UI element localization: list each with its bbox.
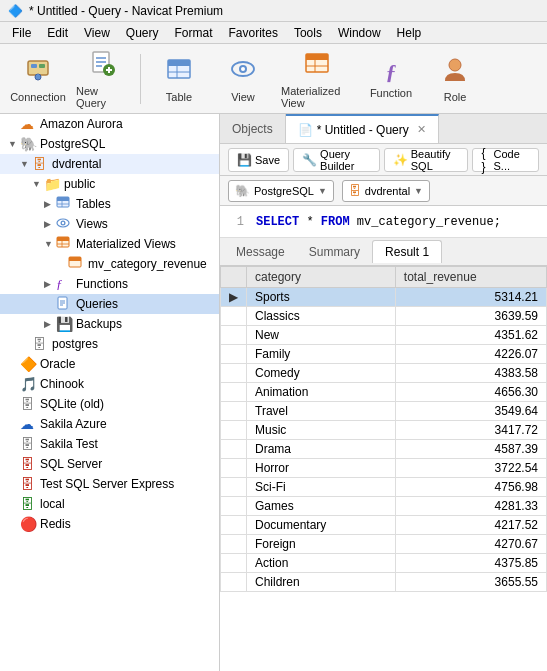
- cell-category: Action: [247, 554, 396, 573]
- sql-editor[interactable]: 1 SELECT * FROM mv_category_revenue;: [220, 206, 547, 238]
- table-row[interactable]: Children3655.55: [221, 573, 547, 592]
- arrow-icon: ▼: [20, 159, 32, 169]
- tab-close-button[interactable]: ✕: [417, 123, 426, 136]
- sidebar-item-amazon-aurora[interactable]: ☁ Amazon Aurora: [0, 114, 219, 134]
- tab-result-1[interactable]: Result 1: [372, 240, 442, 263]
- tab-query-label: * Untitled - Query: [317, 123, 409, 137]
- sidebar-item-test-sql-server[interactable]: 🗄 Test SQL Server Express: [0, 474, 219, 494]
- sidebar-item-sqlite-old[interactable]: 🗄 SQLite (old): [0, 394, 219, 414]
- svg-rect-0: [28, 61, 48, 75]
- sidebar-item-redis[interactable]: 🔴 Redis: [0, 514, 219, 534]
- db2-icon: 🗄: [349, 184, 361, 198]
- cell-category: Animation: [247, 383, 396, 402]
- menu-view[interactable]: View: [76, 24, 118, 42]
- result-tabs: Message Summary Result 1: [220, 238, 547, 266]
- table-row[interactable]: Comedy4383.58: [221, 364, 547, 383]
- new-query-button[interactable]: New Query: [72, 49, 132, 109]
- cell-total-revenue: 4656.30: [395, 383, 546, 402]
- cell-total-revenue: 4375.85: [395, 554, 546, 573]
- table-row[interactable]: Action4375.85: [221, 554, 547, 573]
- sidebar-item-mv-category[interactable]: mv_category_revenue: [0, 254, 219, 274]
- table-row[interactable]: Drama4587.39: [221, 440, 547, 459]
- table-row[interactable]: Games4281.33: [221, 497, 547, 516]
- connection-button[interactable]: Connection: [8, 49, 68, 109]
- query-builder-button[interactable]: 🔧 Query Builder: [293, 148, 380, 172]
- cell-total-revenue: 4351.62: [395, 326, 546, 345]
- test-sql-server-icon: 🗄: [20, 476, 36, 492]
- cell-category: Comedy: [247, 364, 396, 383]
- tab-objects-label: Objects: [232, 122, 273, 136]
- table-row[interactable]: Classics3639.59: [221, 307, 547, 326]
- menu-file[interactable]: File: [4, 24, 39, 42]
- cell-category: Horror: [247, 459, 396, 478]
- row-indicator: [221, 497, 247, 516]
- new-query-label: New Query: [76, 85, 128, 109]
- table-button[interactable]: Table: [149, 49, 209, 109]
- table-row[interactable]: Sci-Fi4756.98: [221, 478, 547, 497]
- col-total-revenue[interactable]: total_revenue: [395, 267, 546, 288]
- sidebar-item-queries[interactable]: Queries: [0, 294, 219, 314]
- sidebar-item-public[interactable]: ▼ 📁 public: [0, 174, 219, 194]
- menu-edit[interactable]: Edit: [39, 24, 76, 42]
- save-button[interactable]: 💾 Save: [228, 148, 289, 172]
- sidebar-item-sakila-azure[interactable]: ☁ Sakila Azure: [0, 414, 219, 434]
- menu-query[interactable]: Query: [118, 24, 167, 42]
- col-category[interactable]: category: [247, 267, 396, 288]
- sidebar-item-label: SQL Server: [40, 457, 215, 471]
- sidebar-item-dvdrental[interactable]: ▼ 🗄 dvdrental: [0, 154, 219, 174]
- table-row[interactable]: Horror3722.54: [221, 459, 547, 478]
- tables-icon: [56, 196, 72, 212]
- svg-rect-1: [31, 64, 37, 68]
- tab-summary[interactable]: Summary: [297, 241, 372, 263]
- sidebar-item-chinook[interactable]: 🎵 Chinook: [0, 374, 219, 394]
- tab-untitled-query[interactable]: 📄 * Untitled - Query ✕: [286, 114, 439, 143]
- table-row[interactable]: Animation4656.30: [221, 383, 547, 402]
- cell-category: Games: [247, 497, 396, 516]
- table-row[interactable]: Family4226.07: [221, 345, 547, 364]
- table-row[interactable]: Music3417.72: [221, 421, 547, 440]
- sidebar-item-sql-server[interactable]: 🗄 SQL Server: [0, 454, 219, 474]
- table-row[interactable]: ▶Sports5314.21: [221, 288, 547, 307]
- tab-objects[interactable]: Objects: [220, 114, 286, 143]
- sidebar-item-postgresql[interactable]: ▼ 🐘 PostgreSQL: [0, 134, 219, 154]
- new-query-icon: [88, 49, 116, 83]
- menu-favorites[interactable]: Favorites: [221, 24, 286, 42]
- row-indicator: [221, 326, 247, 345]
- sidebar-item-label: Queries: [76, 297, 215, 311]
- code-snippet-button[interactable]: { } Code S...: [472, 148, 539, 172]
- db1-label: PostgreSQL: [254, 185, 314, 197]
- toolbar-separator-1: [140, 54, 141, 104]
- cell-total-revenue: 3417.72: [395, 421, 546, 440]
- save-icon: 💾: [237, 153, 252, 167]
- db-select-1[interactable]: 🐘 PostgreSQL ▼: [228, 180, 334, 202]
- chinook-icon: 🎵: [20, 376, 36, 392]
- beautify-label: Beautify SQL: [411, 148, 460, 172]
- menu-help[interactable]: Help: [389, 24, 430, 42]
- beautify-sql-button[interactable]: ✨ Beautify SQL: [384, 148, 469, 172]
- sidebar-item-local[interactable]: 🗄 local: [0, 494, 219, 514]
- table-row[interactable]: New4351.62: [221, 326, 547, 345]
- table-row[interactable]: Foreign4270.67: [221, 535, 547, 554]
- table-row[interactable]: Documentary4217.52: [221, 516, 547, 535]
- db-select-2[interactable]: 🗄 dvdrental ▼: [342, 180, 430, 202]
- sidebar-item-sakila-test[interactable]: 🗄 Sakila Test: [0, 434, 219, 454]
- menu-window[interactable]: Window: [330, 24, 389, 42]
- sidebar-item-oracle[interactable]: 🔶 Oracle: [0, 354, 219, 374]
- mat-view-button[interactable]: Materialized View: [277, 49, 357, 109]
- cell-category: Sci-Fi: [247, 478, 396, 497]
- menu-tools[interactable]: Tools: [286, 24, 330, 42]
- sidebar-item-mat-views[interactable]: ▼ Materialized Views: [0, 234, 219, 254]
- sidebar-item-label: Views: [76, 217, 215, 231]
- sidebar-item-functions[interactable]: ▶ ƒ Functions: [0, 274, 219, 294]
- svg-point-23: [449, 59, 461, 71]
- sidebar-item-tables[interactable]: ▶ Tables: [0, 194, 219, 214]
- role-button[interactable]: Role: [425, 49, 485, 109]
- function-button[interactable]: ƒ Function: [361, 49, 421, 109]
- menu-format[interactable]: Format: [167, 24, 221, 42]
- sidebar-item-backups[interactable]: ▶ 💾 Backups: [0, 314, 219, 334]
- sidebar-item-postgres[interactable]: 🗄 postgres: [0, 334, 219, 354]
- sidebar-item-views[interactable]: ▶ Views: [0, 214, 219, 234]
- table-row[interactable]: Travel3549.64: [221, 402, 547, 421]
- tab-message[interactable]: Message: [224, 241, 297, 263]
- view-button[interactable]: View: [213, 49, 273, 109]
